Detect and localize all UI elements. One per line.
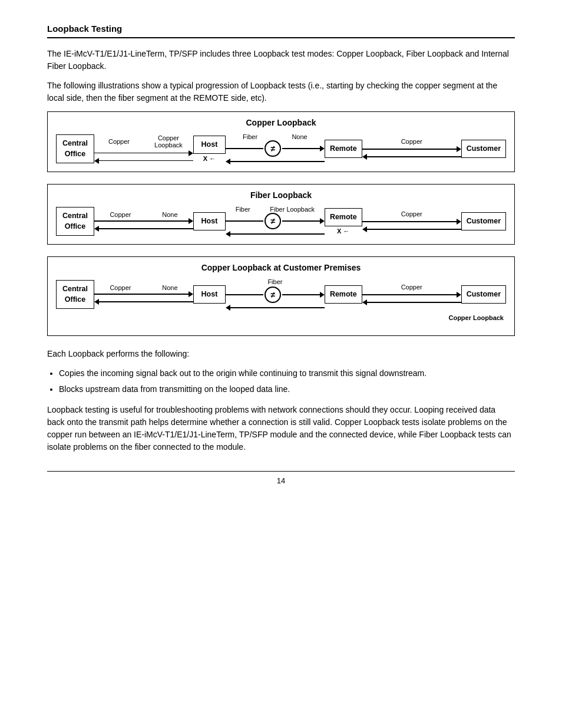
fiber-icon-1: ≠	[265, 140, 281, 157]
intro-paragraph-1: The IE-iMcV-T1/E1/J1-LineTerm, TP/SFP in…	[47, 48, 515, 73]
central-office-box-2: CentralOffice	[56, 207, 94, 236]
closing-paragraph: Loopback testing is useful for troublesh…	[47, 404, 515, 453]
remote-box-2: Remote X ←	[325, 208, 362, 235]
section-title: Loopback Testing	[47, 24, 515, 34]
customer-box-2: Customer	[461, 212, 506, 231]
bullet-item-1: Copies the incoming signal back out to t…	[59, 367, 515, 380]
seg1-copper-none-3: Copper None	[94, 284, 193, 305]
seg3-copper-1: Copper	[362, 138, 461, 160]
seg3-copper-2: Copper	[362, 210, 461, 232]
fiber-icon-3: ≠	[265, 286, 281, 303]
seg2-fiber-3: Fiber ≠	[226, 278, 325, 311]
host-box-1: Host X ←	[193, 136, 226, 163]
diagram-3-title: Copper Loopback at Customer Premises	[56, 263, 506, 272]
seg2-fiber-none: Fiber None ≠	[226, 133, 325, 164]
diagram-1-title: Copper Loopback	[56, 118, 506, 127]
seg3-copper-3: Copper	[362, 284, 461, 305]
central-office-box-3: CentralOffice	[56, 280, 94, 309]
customer-box-1: Customer	[461, 140, 506, 159]
bullet-list: Copies the incoming signal back out to t…	[59, 367, 515, 396]
diagram-customer-premises: Copper Loopback at Customer Premises Cen…	[47, 256, 515, 336]
title-divider	[47, 37, 515, 38]
seg1-copper-loopback: Copper Copper Loopback	[94, 134, 193, 164]
seg1-copper-none: Copper None	[94, 211, 193, 232]
host-box-2: Host	[193, 212, 226, 231]
remote-box-3: Remote	[325, 285, 362, 304]
page-number: 14	[277, 476, 285, 485]
bullet-item-2: Blocks upstream data from transmitting o…	[59, 383, 515, 396]
diagram-fiber-loopback: Fiber Loopback CentralOffice Copper None…	[47, 184, 515, 245]
seg2-fiber-loopback: Fiber Fiber Loopback ≠	[226, 206, 325, 237]
diagram-2-title: Fiber Loopback	[56, 190, 506, 200]
customer-box-3: Customer	[461, 285, 506, 304]
page-footer: 14	[47, 471, 515, 485]
fiber-icon-2: ≠	[265, 213, 281, 229]
intro-paragraph-2: The following illustrations show a typic…	[47, 80, 515, 104]
diagram-copper-loopback: Copper Loopback CentralOffice Copper Cop…	[47, 111, 515, 172]
copper-loopback-bottom-label: Copper Loopback	[56, 314, 506, 321]
central-office-box-1: CentralOffice	[56, 134, 94, 163]
remote-box-1: Remote	[325, 140, 362, 159]
host-box-3: Host	[193, 285, 226, 304]
summary-intro: Each Loopback performs the following:	[47, 348, 515, 360]
